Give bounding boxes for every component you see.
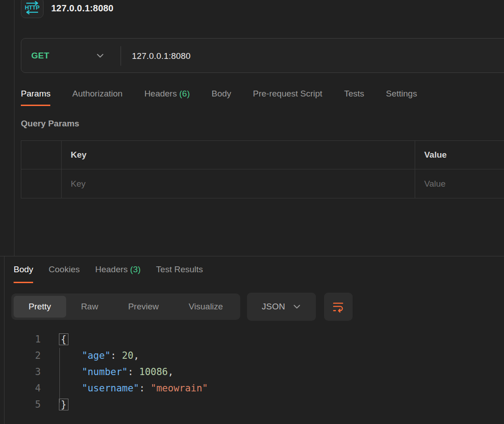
view-mode-pretty[interactable]: Pretty (14, 296, 66, 318)
tab-response-body[interactable]: Body (14, 265, 33, 283)
param-row-checkbox-cell[interactable] (21, 169, 62, 198)
tab-pre-request-script-label: Pre-request Script (253, 89, 322, 98)
value-column-header: Value (424, 150, 447, 160)
code-line: 2 "age": 20, (14, 347, 208, 364)
view-mode-segmented-control: Pretty Raw Preview Visualize (11, 294, 240, 320)
request-tabs: Params Authorization Headers (6) Body Pr… (21, 89, 417, 106)
key-column-header: Key (71, 150, 87, 160)
param-select-header-cell (21, 141, 62, 169)
tab-body-label: Body (212, 89, 231, 98)
response-body-viewer: 1{2 "age": 20,3 "number": 10086,4 "usern… (14, 331, 208, 413)
request-header: HTTP 127.0.0.1:8080 (21, 0, 113, 18)
chevron-down-icon (293, 304, 301, 309)
tab-settings[interactable]: Settings (386, 89, 417, 106)
line-number: 5 (14, 396, 41, 413)
headers-count-badge: (6) (179, 89, 189, 98)
tab-response-cookies-label: Cookies (48, 265, 80, 274)
view-mode-raw[interactable]: Raw (66, 296, 113, 318)
url-bar-separator (121, 46, 121, 66)
tab-headers-label: Headers (144, 89, 179, 98)
line-number: 3 (14, 364, 41, 380)
tab-authorization-label: Authorization (72, 89, 122, 98)
tab-headers[interactable]: Headers (6) (144, 89, 189, 106)
text-wrap-icon (332, 300, 344, 313)
tab-test-results-label: Test Results (156, 265, 203, 274)
code-text: "age": 20, (59, 347, 139, 364)
tab-pre-request-script[interactable]: Pre-request Script (253, 89, 322, 106)
indent-guide-line (59, 348, 60, 403)
code-line: 3 "number": 10086, (14, 364, 208, 380)
query-params-table: Key Value Key Value (21, 140, 504, 198)
tab-response-headers-label: Headers (95, 265, 130, 274)
code-text: "number": 10086, (59, 364, 174, 380)
code-text: { (59, 331, 68, 347)
response-toolbar: Pretty Raw Preview Visualize JSON (11, 294, 353, 321)
tab-settings-label: Settings (386, 89, 417, 98)
code-line: 5} (14, 396, 208, 413)
param-value-header-cell: Value (415, 141, 504, 169)
line-number: 4 (14, 380, 41, 396)
code-lines: 1{2 "age": 20,3 "number": 10086,4 "usern… (14, 331, 208, 413)
request-url-bar: GET 127.0.0.1:8080 (21, 38, 504, 73)
app-window: HTTP 127.0.0.1:8080 GET 127.0.0.1:8080 P… (0, 0, 504, 424)
format-dropdown[interactable]: JSON (247, 293, 316, 321)
code-text: } (59, 396, 68, 413)
view-mode-preview[interactable]: Preview (113, 296, 174, 318)
method-selector[interactable]: GET (21, 51, 49, 61)
tab-response-body-label: Body (14, 265, 33, 274)
line-number: 1 (14, 331, 41, 347)
code-line: 4 "username": "meowrain" (14, 380, 208, 396)
left-panel-divider-top (14, 0, 15, 256)
code-line: 1{ (14, 331, 208, 347)
tab-response-cookies[interactable]: Cookies (48, 265, 80, 283)
tab-test-results[interactable]: Test Results (156, 265, 203, 283)
wrap-lines-button[interactable] (324, 293, 353, 321)
http-protocol-icon: HTTP (21, 0, 44, 18)
tab-response-headers[interactable]: Headers (3) (95, 265, 141, 283)
page-title: 127.0.0.1:8080 (51, 3, 113, 14)
format-dropdown-value: JSON (262, 302, 285, 312)
tab-tests[interactable]: Tests (344, 89, 364, 106)
svg-text:HTTP: HTTP (25, 5, 40, 11)
request-response-divider[interactable] (0, 256, 504, 256)
tab-tests-label: Tests (344, 89, 364, 98)
chevron-down-icon[interactable] (96, 53, 105, 59)
http-arrows-icon: HTTP (24, 0, 41, 15)
tab-params[interactable]: Params (21, 89, 50, 106)
line-number: 2 (14, 347, 41, 364)
tab-body[interactable]: Body (212, 89, 231, 106)
view-mode-visualize[interactable]: Visualize (174, 296, 238, 318)
param-row-key-input[interactable]: Key (62, 169, 415, 198)
key-input-placeholder: Key (71, 179, 86, 189)
query-params-heading: Query Params (21, 119, 79, 129)
left-panel-divider-bottom (4, 256, 5, 424)
response-headers-count-badge: (3) (130, 265, 141, 274)
tab-authorization[interactable]: Authorization (72, 89, 122, 106)
param-row-value-input[interactable]: Value (415, 169, 504, 198)
code-text: "username": "meowrain" (59, 380, 208, 396)
url-input[interactable]: 127.0.0.1:8080 (132, 39, 191, 73)
response-tabs: Body Cookies Headers (3) Test Results (14, 265, 203, 283)
param-key-header-cell: Key (62, 141, 415, 169)
value-input-placeholder: Value (424, 179, 446, 189)
tab-params-label: Params (21, 89, 50, 98)
